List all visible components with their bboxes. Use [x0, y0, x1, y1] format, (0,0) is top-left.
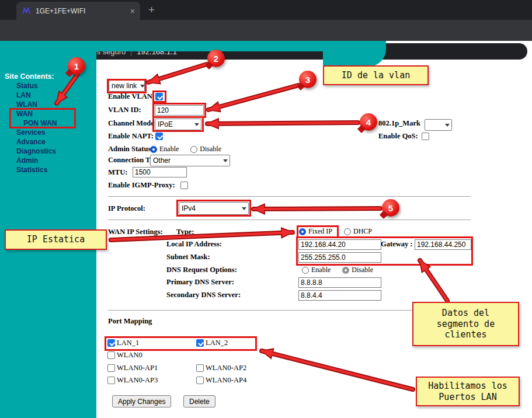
port-wlan0: WLAN0 [107, 351, 142, 360]
new-tab-button[interactable]: + [148, 4, 155, 16]
sidebar-item-wlan[interactable]: WLAN [16, 100, 37, 109]
primary-dns-input[interactable] [298, 277, 381, 288]
sidebar-item-diagnostics[interactable]: Diagnostics [16, 147, 56, 155]
close-tab-icon[interactable]: × [130, 6, 135, 16]
enable-igmp-checkbox[interactable] [180, 182, 188, 189]
apply-changes-button[interactable]: Apply Changes [112, 395, 171, 407]
sidebar-item-lan[interactable]: LAN [16, 91, 31, 99]
ip-protocol-select[interactable]: IPv4 [179, 202, 249, 215]
chevron-down-icon [242, 207, 246, 213]
sidebar-title: Site Contents: [5, 72, 54, 81]
mtu-input[interactable] [133, 167, 187, 177]
step-badge-5: 5 [382, 199, 399, 217]
port-wlan0-ap4: WLAN0-AP4 [196, 376, 246, 385]
sidebar-item-admin[interactable]: Admin [16, 156, 38, 165]
sidebar-item-advance[interactable]: Advance [16, 138, 46, 146]
connection-type-value: Other [153, 156, 171, 165]
ip-protocol-value: IPv4 [182, 204, 196, 213]
port-label: WLAN0-AP3 [117, 376, 158, 385]
port-mapping-title: Port Mapping [108, 317, 152, 326]
enable-qos-label: Enable QoS: [378, 132, 418, 141]
wan-ip-settings-label: WAN IP Settings: [108, 228, 163, 236]
enable-vlan-checkbox[interactable] [155, 93, 163, 100]
wlan0-ap3-checkbox[interactable] [107, 377, 115, 384]
tab-title: 1GE+1FE+WIFI [36, 7, 126, 15]
fixed-ip-radio[interactable] [299, 228, 306, 235]
lan2-checkbox[interactable] [196, 339, 204, 347]
8021p-mark-select[interactable] [425, 119, 452, 131]
port-label: WLAN0 [117, 351, 142, 360]
chevron-down-icon [140, 85, 145, 90]
step-badge-2: 2 [207, 50, 225, 67]
chevron-down-icon [223, 159, 228, 165]
secondary-dns-label: Secondary DNS Server: [166, 291, 241, 299]
port-label: LAN_2 [206, 339, 228, 347]
port-lan1: LAN_1 [107, 339, 139, 347]
admin-disable-radio[interactable] [190, 146, 197, 153]
admin-enable-radio[interactable] [150, 146, 157, 153]
local-ip-input[interactable] [298, 239, 381, 250]
fixed-ip-label: Fixed IP [308, 227, 332, 236]
chevron-down-icon [445, 124, 450, 129]
port-lan2: LAN_2 [196, 339, 228, 347]
enable-qos-checkbox[interactable] [422, 133, 429, 140]
channel-mode-label: Channel Mode: [108, 119, 157, 128]
wlan0-ap1-checkbox[interactable] [107, 364, 115, 372]
callout-lan-ports: Habilitamos los Puertos LAN [416, 377, 520, 406]
divider [108, 220, 471, 220]
local-ip-label: Local IP Address: [166, 240, 222, 249]
sidebar-item-pon-wan[interactable]: PON WAN [23, 119, 57, 127]
wlan0-ap4-checkbox[interactable] [196, 377, 204, 384]
enable-napt-checkbox[interactable] [155, 133, 163, 140]
header-band [96, 41, 325, 51]
port-label: LAN_1 [117, 339, 139, 347]
step-badge-4: 4 [360, 113, 377, 131]
header-band-curve [323, 41, 386, 67]
admin-status-options: Enable Disable [150, 145, 221, 154]
dhcp-radio[interactable] [344, 228, 351, 235]
dns-enable-label: Enable [311, 266, 331, 274]
subnet-mask-label: Subnet Mask: [166, 253, 210, 262]
wlan0-ap2-checkbox[interactable] [196, 364, 204, 372]
port-wlan0-ap2: WLAN0-AP2 [196, 364, 246, 372]
browser-tab[interactable]: 1GE+1FE+WIFI × [16, 2, 140, 20]
lan1-checkbox[interactable] [107, 339, 115, 347]
dns-enable-radio[interactable] [302, 267, 309, 274]
sidebar-item-wan[interactable]: WAN [16, 110, 33, 118]
primary-dns-label: Primary DNS Server: [166, 278, 234, 287]
dns-request-options: Enable Disable [302, 266, 373, 274]
wan-ip-type-label: Type: [176, 228, 194, 236]
sidebar-item-services[interactable]: Services [16, 128, 45, 137]
dns-disable-radio[interactable] [342, 267, 349, 274]
vlan-id-label: VLAN ID: [108, 106, 141, 114]
wlan0-checkbox[interactable] [107, 351, 115, 359]
enable-vlan-label: Enable VLAN: [108, 92, 155, 101]
browser-toolbar: ← → ⟳ No es seguro 192.168.1.1 [0, 20, 532, 41]
subnet-mask-input[interactable] [298, 252, 381, 263]
callout-client-segment: Datos del segmento de clientes [412, 302, 519, 346]
dns-request-options-label: DNS Request Options: [166, 266, 237, 274]
8021p-mark-label: 802.1p_Mark [378, 119, 420, 128]
mtu-label: MTU: [108, 168, 127, 177]
tab-strip: 1GE+1FE+WIFI × + [0, 0, 532, 20]
ip-protocol-label: IP Protocol: [108, 204, 145, 213]
gateway-label: Gateway : [381, 240, 413, 249]
tab-favicon [22, 6, 31, 16]
connection-type-select[interactable]: Other [150, 155, 230, 166]
port-label: WLAN0-AP4 [206, 376, 246, 385]
channel-mode-select[interactable]: IPoE [155, 119, 201, 130]
divider [108, 196, 471, 197]
callout-static-ip: IP Estatica [5, 229, 107, 250]
gateway-input[interactable] [415, 239, 471, 250]
link-select[interactable]: new link [109, 80, 145, 92]
vlan-id-input[interactable] [155, 105, 204, 116]
sidebar-item-status[interactable]: Status [16, 82, 38, 90]
secondary-dns-input[interactable] [298, 290, 381, 301]
sidebar-item-statistics[interactable]: Statistics [16, 166, 47, 174]
delete-button[interactable]: Delete [183, 395, 215, 407]
admin-status-label: Admin Status: [108, 145, 153, 154]
wan-ip-type-options: Fixed IP DHCP [299, 227, 372, 236]
port-wlan0-ap1: WLAN0-AP1 [107, 364, 158, 372]
port-wlan0-ap3: WLAN0-AP3 [107, 376, 158, 385]
port-label: WLAN0-AP1 [117, 364, 158, 372]
